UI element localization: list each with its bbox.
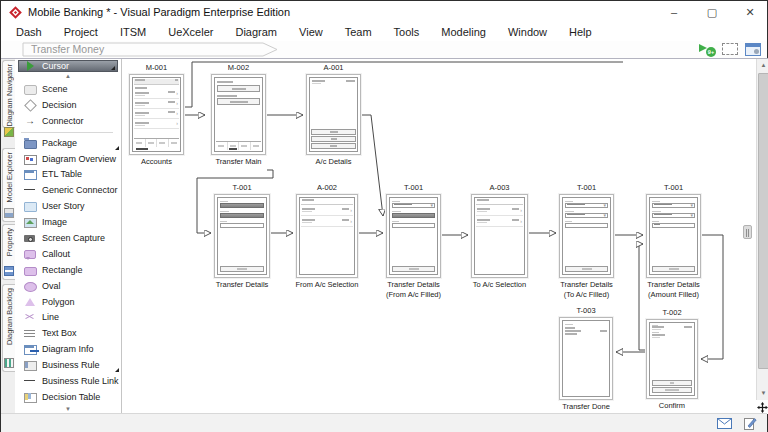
tool-label: Scene	[42, 84, 68, 94]
scene-icon	[23, 83, 37, 95]
palette-scroll-up-button[interactable]: ▲	[15, 72, 121, 81]
screen-name-label: A/c Details	[279, 157, 389, 167]
tool-oval[interactable]: Oval	[15, 278, 121, 294]
menu-itsm[interactable]: ITSM	[109, 23, 157, 41]
vertical-scrollbar[interactable]: ▲ ▼	[756, 59, 768, 400]
tool-scene[interactable]: Scene	[15, 81, 121, 97]
menu-project[interactable]: Project	[53, 23, 109, 41]
tool-rectangle[interactable]: Rectangle	[15, 262, 121, 278]
screen-id-label: T-001	[386, 183, 441, 192]
wireframe-screen[interactable]: ››››	[129, 74, 184, 155]
menu-uexceler[interactable]: UeXceler	[157, 23, 224, 41]
menu-team[interactable]: Team	[334, 23, 383, 41]
wf-confirm-button	[652, 266, 695, 272]
toolbar-right-icons: 9+	[698, 42, 761, 56]
notifications-icon[interactable]: 9+	[698, 42, 715, 56]
tool-user-story[interactable]: User Story	[15, 198, 121, 214]
screen-name-label: Confirm	[617, 401, 727, 411]
pan-tool-button[interactable]	[756, 400, 768, 414]
fit-selection-icon[interactable]	[722, 43, 738, 55]
wireframe-screen[interactable]: ▾▾	[559, 194, 614, 278]
cursor-icon	[24, 60, 38, 72]
sidebar-tab-property[interactable]: Property	[2, 224, 15, 280]
wireframe-screen[interactable]	[646, 319, 698, 399]
tool-diagram-overview[interactable]: Diagram Overview	[15, 151, 121, 167]
sidebar-tab-diagram-navigator[interactable]: Diagram Navigator	[2, 60, 15, 128]
menu-diagram[interactable]: Diagram	[224, 23, 288, 41]
tool-text-box[interactable]: Text Box	[15, 325, 121, 341]
maximize-button[interactable]: ▢	[701, 6, 723, 19]
title-bar: Mobile Banking * - Visual Paradigm Enter…	[1, 1, 767, 23]
wf-dropdown: ▾	[652, 213, 695, 218]
scroll-down-button[interactable]: ▼	[757, 387, 768, 400]
oval-icon	[23, 280, 37, 292]
side-tab-strip: Diagram NavigatorModel ExplorerPropertyD…	[1, 59, 15, 414]
visual-paradigm-logo	[9, 6, 22, 19]
wireframe-screen[interactable]: ▾▾	[646, 194, 701, 278]
wf-tab-bar	[216, 141, 261, 150]
scroll-up-button[interactable]: ▲	[757, 59, 768, 72]
menu-dash[interactable]: Dash	[5, 23, 53, 41]
wireframe-screen[interactable]: ››	[471, 194, 528, 278]
screen-content	[562, 320, 610, 397]
tool-etl-table[interactable]: ETL Table	[15, 166, 121, 182]
screen-id-label: T-001	[559, 183, 614, 192]
tool-decision[interactable]: Decision	[15, 97, 121, 113]
tool-business-rule-link[interactable]: Business Rule Link	[15, 373, 121, 389]
menu-window[interactable]: Window	[497, 23, 558, 41]
diagram-canvas[interactable]: M-001››››AccountsM-002Transfer MainA-001…	[122, 59, 756, 414]
edit-icon[interactable]	[744, 417, 757, 430]
sidebar-tab-diagram-backlog[interactable]: Diagram Backlog	[2, 284, 15, 372]
menu-help[interactable]: Help	[558, 23, 603, 41]
work-area: Diagram NavigatorModel ExplorerPropertyD…	[1, 58, 768, 413]
tool-decision-table[interactable]: Decision Table	[15, 389, 121, 405]
sidebar-tab-model-explorer[interactable]: Model Explorer	[2, 148, 15, 222]
tool-label: User Story	[42, 201, 85, 211]
tool-screen-capture[interactable]: Screen Capture	[15, 230, 121, 246]
menu-tools[interactable]: Tools	[383, 23, 431, 41]
tool-line[interactable]: Line	[15, 309, 121, 325]
tool-package[interactable]: Package	[15, 135, 121, 151]
wireframe-screen[interactable]	[211, 74, 266, 155]
dectable-icon	[23, 391, 37, 403]
tool-generic-connector[interactable]: Generic Connector	[15, 182, 121, 198]
tool-label: Connector	[42, 116, 84, 126]
tool-label: Business Rule Link	[42, 376, 119, 386]
screen-id-label: A-001	[306, 63, 361, 72]
menu-modeling[interactable]: Modeling	[430, 23, 497, 41]
menu-view[interactable]: View	[288, 23, 334, 41]
screen-content: ››››	[132, 77, 181, 152]
capture-icon	[23, 232, 37, 244]
wf-button	[311, 136, 356, 142]
wireframe-screen[interactable]: ››	[296, 194, 358, 278]
screen-content: ››	[474, 197, 525, 275]
scrollbar-thumb[interactable]	[758, 73, 768, 369]
panel-settings-icon[interactable]	[745, 43, 761, 56]
diagram-navigator-icon	[4, 127, 14, 137]
tool-connector[interactable]: Connector	[15, 113, 121, 129]
property-icon	[4, 266, 14, 276]
close-button[interactable]: ✕	[739, 6, 761, 19]
tool-image[interactable]: Image	[15, 214, 121, 230]
breadcrumb[interactable]: Transfer Money	[31, 43, 104, 55]
screen-content: ▾	[389, 197, 438, 275]
tool-label: Text Box	[42, 328, 77, 338]
panel-splitter-handle[interactable]	[743, 225, 752, 239]
tool-business-rule[interactable]: Business Rule	[15, 357, 121, 373]
wireframe-screen[interactable]: ▾	[386, 194, 441, 278]
tool-callout[interactable]: Callout	[15, 246, 121, 262]
tool-polygon[interactable]: Polygon	[15, 294, 121, 310]
wireframe-screen[interactable]	[214, 194, 270, 278]
screen-content: ▾▾	[649, 197, 698, 275]
wireframe-screen[interactable]	[306, 74, 361, 155]
tool-diagram-info[interactable]: Diagram Info	[15, 341, 121, 357]
wf-button	[652, 387, 692, 393]
minimize-button[interactable]: –	[663, 6, 685, 18]
mail-icon[interactable]	[717, 418, 732, 429]
wireframe-screen[interactable]	[559, 317, 613, 400]
tool-label: Cursor	[42, 61, 69, 71]
wf-dropdown	[220, 213, 264, 218]
tool-cursor[interactable]: Cursor	[18, 60, 118, 72]
tool-label: Polygon	[42, 297, 75, 307]
tool-label: Screen Capture	[42, 233, 105, 243]
